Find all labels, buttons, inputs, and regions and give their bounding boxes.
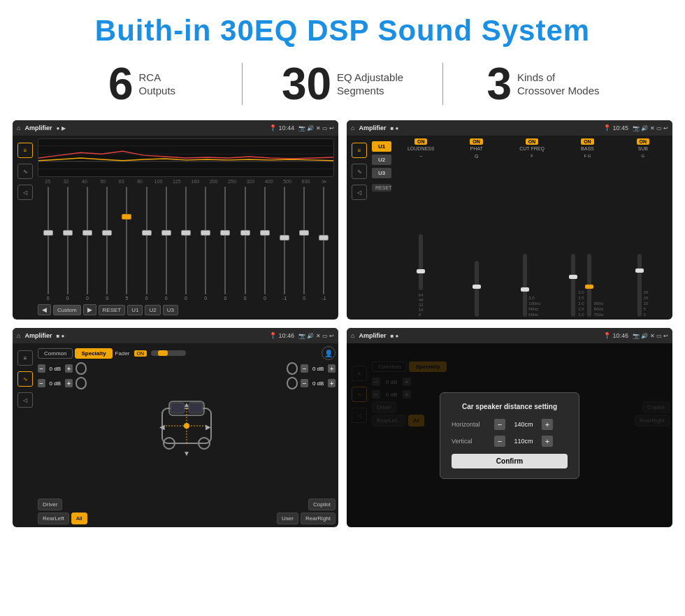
eq-slider-50[interactable]: 0 xyxy=(99,187,116,301)
topbar-crossover: ⌂ Amplifier ■ ● 📍 10:45 📷 🔊 ✕ ▭ ↩ xyxy=(347,120,672,136)
eq-slider-125[interactable]: 0 xyxy=(177,187,194,301)
sp-fader-row: Fader ON xyxy=(115,350,186,357)
sp-car-diagram: ▲ ▼ ◀ ▶ xyxy=(91,362,282,496)
sp-minus-rl[interactable]: − xyxy=(38,379,45,387)
sp-minus-fr[interactable]: − xyxy=(301,364,308,373)
sp-tab-common[interactable]: Common xyxy=(38,348,73,359)
sp-minus-rr[interactable]: − xyxy=(301,379,308,387)
sp-vol-left: − 0 dB + − 0 dB + xyxy=(38,362,87,496)
cx-slider-sub[interactable] xyxy=(637,254,642,317)
dialog-horizontal-plus[interactable]: + xyxy=(542,419,553,430)
eq-icon-volume[interactable]: ◁ xyxy=(17,185,33,200)
sp-fader-on[interactable]: ON xyxy=(134,350,147,357)
sp-plus-rl[interactable]: + xyxy=(65,379,73,387)
cx-u3-button[interactable]: U3 xyxy=(372,168,391,178)
cx-on-cutfreq[interactable]: ON xyxy=(526,138,539,145)
sp-icon-wave[interactable]: ∿ xyxy=(17,371,33,387)
sp-tab-specialty[interactable]: Specialty xyxy=(75,348,112,359)
home-icon-cx[interactable]: ⌂ xyxy=(351,124,354,131)
dialog-vertical-plus[interactable]: + xyxy=(542,436,553,447)
eq-slider-200[interactable]: 0 xyxy=(217,187,234,301)
topbar-time-cx: 📍 10:45 xyxy=(603,124,628,131)
topbar-distance: ⌂ Amplifier ■ ● 📍 10:46 📷 🔊 ✕ ▭ ↩ xyxy=(347,328,672,343)
sp-vol-row-fl: − 0 dB + xyxy=(38,362,87,375)
cx-icon-wave[interactable]: ∿ xyxy=(352,164,367,179)
cx-on-loudness[interactable]: ON xyxy=(414,138,428,145)
eq-prev-button[interactable]: ◀ xyxy=(38,304,51,315)
eq-slider-400[interactable]: -1 xyxy=(275,187,293,301)
eq-slider-32[interactable]: 0 xyxy=(59,187,76,301)
sp-plus-fr[interactable]: + xyxy=(328,364,336,373)
home-icon[interactable]: ⌂ xyxy=(17,124,20,131)
sp-minus-fl[interactable]: − xyxy=(38,364,45,373)
eq-slider-320[interactable]: 0 xyxy=(256,187,273,301)
sp-copilot-button[interactable]: Copilot xyxy=(308,499,336,510)
cx-slider-loudness[interactable] xyxy=(419,234,423,290)
cx-reset-button[interactable]: RESET xyxy=(372,184,391,192)
eq-slider-63[interactable]: 5 xyxy=(118,187,136,301)
sp-all-button[interactable]: All xyxy=(71,513,87,524)
dialog-horizontal-label: Horizontal xyxy=(452,421,490,428)
cx-on-sub[interactable]: ON xyxy=(637,138,650,145)
eq-u2-button[interactable]: U2 xyxy=(145,305,160,315)
cx-u1-button[interactable]: U1 xyxy=(372,141,391,152)
eq-slider-25[interactable]: 0 xyxy=(39,187,57,301)
stat-rca: 6 RCAOutputs xyxy=(42,62,242,106)
sp-val-rl: 0 dB xyxy=(47,380,64,387)
sp-rearright-button[interactable]: RearRight xyxy=(301,513,336,524)
cx-slider-phat[interactable] xyxy=(475,261,479,317)
cx-slider-bass-f[interactable] xyxy=(571,254,575,317)
eq-preset-custom[interactable]: Custom xyxy=(53,305,81,315)
eq-slider-40[interactable]: 0 xyxy=(78,187,96,301)
eq-main-area: 253240 506380 100125160 200250320 400500… xyxy=(38,138,334,317)
cx-on-phat[interactable]: ON xyxy=(470,138,483,145)
sp-icon-vol[interactable]: ◁ xyxy=(17,392,33,408)
cx-icon-eq[interactable]: ≡ xyxy=(352,143,367,158)
eq-icon-equalizer[interactable]: ≡ xyxy=(17,143,33,158)
eq-slider-500[interactable]: 0 xyxy=(296,187,313,301)
sp-plus-rr[interactable]: + xyxy=(328,379,336,387)
topbar-dots-cx: ■ ● xyxy=(390,125,398,131)
topbar-icons-sp: 📷 🔊 ✕ ▭ ↩ xyxy=(298,333,334,339)
sp-profile-icon[interactable]: 👤 xyxy=(322,346,336,360)
sp-user-button[interactable]: User xyxy=(277,513,298,524)
stat-crossover-label: Kinds ofCrossover Modes xyxy=(517,71,600,98)
confirm-button[interactable]: Confirm xyxy=(452,454,568,468)
sp-plus-fl[interactable]: + xyxy=(65,364,73,373)
sp-bottom-row2: RearLeft All User RearRight xyxy=(38,513,336,524)
eq-u3-button[interactable]: U3 xyxy=(163,305,178,315)
sp-fader-track[interactable] xyxy=(151,350,186,356)
sp-driver-button[interactable]: Driver xyxy=(38,499,62,510)
dialog-horizontal-row: Horizontal − 140cm + xyxy=(452,419,568,430)
eq-slider-80[interactable]: 0 xyxy=(138,187,155,301)
dialog-horizontal-minus[interactable]: − xyxy=(494,419,505,430)
home-icon-dist[interactable]: ⌂ xyxy=(351,332,354,339)
topbar-icons-dist: 📷 🔊 ✕ ▭ ↩ xyxy=(633,333,668,339)
cx-channel-cutfreq: ON CUT FREQ F 3.0100Hz80Hz60Hz xyxy=(505,138,558,317)
eq-next-button[interactable]: ▶ xyxy=(83,304,96,315)
eq-reset-button[interactable]: RESET xyxy=(99,305,126,315)
eq-icon-wave[interactable]: ∿ xyxy=(17,164,33,179)
eq-slider-250[interactable]: 0 xyxy=(236,187,254,301)
cx-u2-button[interactable]: U2 xyxy=(372,155,391,165)
cx-presets: U1 U2 U3 RESET xyxy=(372,138,391,317)
home-icon-sp[interactable]: ⌂ xyxy=(17,332,20,339)
eq-slider-630[interactable]: -1 xyxy=(315,187,333,301)
sp-rearleft-button[interactable]: RearLeft xyxy=(38,513,69,524)
eq-u1-button[interactable]: U1 xyxy=(127,305,143,315)
cx-on-bass[interactable]: ON xyxy=(581,138,594,145)
sp-speaker-rr xyxy=(287,377,298,389)
topbar-title-cx: Amplifier xyxy=(359,124,386,131)
eq-slider-100[interactable]: 0 xyxy=(157,187,175,301)
eq-sliders: 0 0 0 0 5 0 0 0 0 0 0 0 -1 0 -1 xyxy=(38,187,334,301)
cx-slider-bass-g[interactable] xyxy=(587,254,591,317)
cx-channel-bass: ON BASS F G 3.02.52.01.51.0 xyxy=(561,138,614,317)
dialog-vertical-minus[interactable]: − xyxy=(494,436,505,447)
cx-slider-cutfreq[interactable] xyxy=(523,254,527,317)
sp-icon-eq[interactable]: ≡ xyxy=(17,350,33,366)
topbar-dots-dist: ■ ● xyxy=(390,333,398,339)
eq-slider-160[interactable]: 0 xyxy=(197,187,215,301)
stat-rca-label: RCAOutputs xyxy=(139,71,176,98)
cx-icon-vol[interactable]: ◁ xyxy=(352,185,367,200)
sp-vol-row-rr: − 0 dB + xyxy=(287,377,336,389)
